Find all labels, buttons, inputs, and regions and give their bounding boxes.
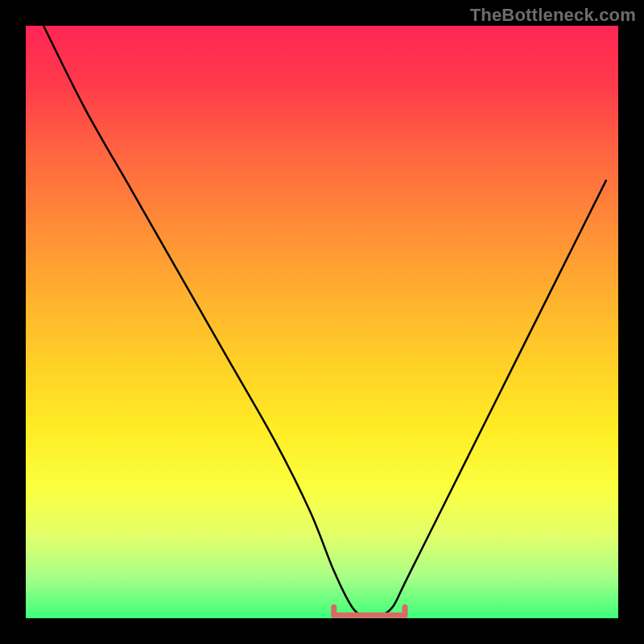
- watermark-text: TheBottleneck.com: [470, 5, 636, 26]
- plot-area: [26, 26, 618, 618]
- chart-container: TheBottleneck.com: [0, 0, 644, 644]
- bottleneck-curve: [26, 26, 618, 618]
- trough-marker: [334, 607, 405, 615]
- curve-path: [43, 26, 606, 617]
